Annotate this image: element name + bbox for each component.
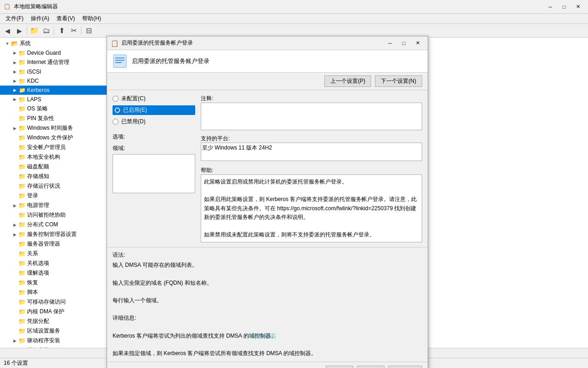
- sidebar-item-removable[interactable]: 📁 可移动存储访问: [0, 297, 110, 307]
- sidebar-item-local-security[interactable]: 📁 本地安全机构: [0, 152, 110, 162]
- sidebar-item-laps[interactable]: ▶ 📁 LAPS: [0, 95, 110, 104]
- sidebar-item-stor2-label: 存储运行状况: [27, 182, 60, 190]
- os-policy-folder-icon: 📁: [18, 105, 26, 113]
- dialog-title-bar: 📋 启用委派的托管服务帐户登录 ─ □ ✕: [107, 36, 428, 50]
- sidebar-item-windows-time[interactable]: ▶ 📁 Windows 时间服务: [0, 123, 110, 133]
- tree-button[interactable]: 🗂: [41, 25, 52, 36]
- maximize-button[interactable]: □: [558, 2, 571, 12]
- back-button[interactable]: ◀: [2, 25, 13, 36]
- prev-setting-button[interactable]: 上一个设置(P): [324, 75, 371, 87]
- radio-not-configured[interactable]: 未配置(C): [113, 95, 195, 103]
- sidebar-item-drv-label: 驱动程序安装: [27, 337, 60, 345]
- radio-enabled[interactable]: 已启用(E): [113, 105, 195, 115]
- sidebar-item-laps-label: LAPS: [27, 96, 41, 103]
- svrmgr-folder-icon: 📁: [18, 241, 26, 248]
- syntax-section: 语法: 输入 DMSA 可能存在的领域列表。输入完全限定的域名 (FQDN) 和…: [113, 251, 422, 358]
- cut-button[interactable]: ✂: [68, 25, 79, 36]
- ok-button[interactable]: 确定: [326, 366, 353, 368]
- sidebar-item-script[interactable]: 📁 脚本: [0, 288, 110, 297]
- next-setting-button[interactable]: 下一个设置(N): [375, 75, 422, 87]
- menu-action[interactable]: 操作(A): [27, 14, 53, 23]
- dialog-title-text: 启用委派的托管服务帐户登录: [121, 39, 193, 47]
- syntax-content: 输入 DMSA 可能存在的领域列表。输入完全限定的域名 (FQDN) 和短名称。…: [113, 261, 422, 358]
- wfile-arrow-icon: [11, 134, 18, 142]
- sidebar-item-storage-run[interactable]: 📁 存储运行状况: [0, 181, 110, 191]
- status-text: 16 个设置: [4, 359, 28, 367]
- domain-section: 领域:: [113, 144, 195, 193]
- disk-arrow-icon: [11, 163, 18, 171]
- svg-rect-1: [115, 58, 124, 58]
- reg-folder-icon: 📁: [18, 328, 26, 335]
- sidebar-item-storage-sense[interactable]: 📁 存储感知: [0, 172, 110, 181]
- sidebar-item-iscsi[interactable]: ▶ 📁 iSCSI: [0, 67, 110, 76]
- radio-group: 未配置(C) 已启用(E) 已禁用(D): [113, 95, 195, 126]
- menu-file[interactable]: 文件(F): [2, 14, 27, 23]
- radio-enabled-input[interactable]: [114, 107, 120, 113]
- sidebar-item-system[interactable]: ▼ 📂 系统: [0, 39, 110, 48]
- svg-rect-2: [115, 60, 124, 61]
- cancel-button[interactable]: 取消: [357, 366, 384, 368]
- sidebar-item-kdc[interactable]: ▶ 📁 KDC: [0, 76, 110, 86]
- sidebar-item-relations[interactable]: 📁 关系: [0, 249, 110, 259]
- sidebar-item-kerberos[interactable]: ▶ 📁 Kerberos: [0, 86, 110, 95]
- sidebar-item-regional[interactable]: 📁 区域设置服务: [0, 326, 110, 336]
- folder-button[interactable]: 📁: [29, 25, 40, 36]
- drv-folder-icon: 📁: [18, 337, 26, 345]
- sidebar-item-recovery[interactable]: 📁 恢复: [0, 278, 110, 288]
- sidebar-item-shutdown[interactable]: 📁 关机选项: [0, 259, 110, 268]
- radio-not-configured-input[interactable]: [113, 96, 119, 102]
- pin-folder-icon: 📁: [18, 115, 26, 122]
- sidebar-item-windows-file[interactable]: 📁 Windows 文件保护: [0, 133, 110, 143]
- app-icon: 📋: [4, 3, 11, 11]
- sidebar-item-security-account[interactable]: 📁 安全帐户管理员: [0, 143, 110, 152]
- sidebar-item-os-policy[interactable]: 📁 OS 策略: [0, 104, 110, 114]
- up-button[interactable]: ⬆: [56, 25, 67, 36]
- sidebar-item-driver[interactable]: ▶ 📁 驱动程序安装: [0, 336, 110, 345]
- sidebar-item-disk-quota[interactable]: 📁 磁盘配额: [0, 162, 110, 172]
- sidebar-item-kernel-dma[interactable]: 📁 内核 DMA 保护: [0, 307, 110, 316]
- dialog-title-controls: ─ □ ✕: [384, 39, 424, 48]
- sidebar-item-access-label: 访问被拒绝协助: [27, 211, 66, 219]
- dialog-minimize-button[interactable]: ─: [384, 39, 396, 48]
- sidebar-item-pin-complexity[interactable]: 📁 PIN 复杂性: [0, 114, 110, 123]
- power-arrow-icon: ▶: [11, 202, 18, 209]
- rel-arrow-icon: [11, 250, 18, 258]
- sidebar-item-power[interactable]: ▶ 📁 电源管理: [0, 201, 110, 210]
- sidebar-item-device-guard[interactable]: ▶ 📁 Device Guard: [0, 48, 110, 58]
- trou-arrow-icon: [11, 270, 18, 277]
- kerberos-folder-icon: 📁: [18, 86, 26, 94]
- iscsi-folder-icon: 📁: [18, 68, 26, 75]
- sidebar-item-credential[interactable]: 📁 凭据分配: [0, 316, 110, 326]
- login-folder-icon: 📁: [18, 192, 26, 200]
- dialog-close-button[interactable]: ✕: [411, 39, 424, 48]
- minimize-button[interactable]: ─: [544, 2, 557, 12]
- radio-disabled-input[interactable]: [113, 119, 119, 125]
- title-bar-controls: ─ □ ✕: [544, 2, 584, 12]
- sidebar-item-login[interactable]: 📁 登录: [0, 191, 110, 201]
- forward-button[interactable]: ▶: [14, 25, 25, 36]
- secacct-folder-icon: 📁: [18, 144, 26, 151]
- sidebar-item-server-mgr[interactable]: 📁 服务器管理器: [0, 239, 110, 249]
- filter-button[interactable]: ⊟: [83, 25, 94, 36]
- menu-help[interactable]: 帮助(H): [79, 14, 105, 23]
- platform-box: 至少 Windows 11 版本 24H2: [201, 143, 422, 161]
- apply-button[interactable]: 应用(A): [388, 366, 422, 368]
- dialog-header: 启用委派的托管服务账户登录: [107, 50, 428, 73]
- sidebar-item-access-denied[interactable]: 📁 访问被拒绝协助: [0, 210, 110, 220]
- platform-label: 支持的平台:: [201, 135, 422, 143]
- sidebar-item-distcom-label: 分布式 COM: [27, 221, 58, 229]
- cred-folder-icon: 📁: [18, 318, 26, 325]
- dialog-maximize-button[interactable]: □: [397, 39, 410, 48]
- sidebar-item-troubleshoot[interactable]: 📁 缓解选项: [0, 268, 110, 278]
- radio-disabled[interactable]: 已禁用(D): [113, 118, 195, 126]
- menu-view[interactable]: 查看(V): [53, 14, 79, 23]
- sidebar-item-service-ctrl[interactable]: ▶ 📁 服务控制管理器设置: [0, 230, 110, 239]
- close-button[interactable]: ✕: [571, 2, 584, 12]
- stor2-arrow-icon: [11, 183, 18, 190]
- domain-textarea[interactable]: [113, 155, 195, 194]
- sidebar-item-distcom[interactable]: ▶ 📁 分布式 COM: [0, 220, 110, 230]
- sidebar-item-internet-comm[interactable]: ▶ 📁 Internet 通信管理: [0, 58, 110, 67]
- access-arrow-icon: [11, 212, 18, 219]
- stor1-arrow-icon: [11, 173, 18, 180]
- dialog-nav: 上一个设置(P) 下一个设置(N): [107, 73, 428, 90]
